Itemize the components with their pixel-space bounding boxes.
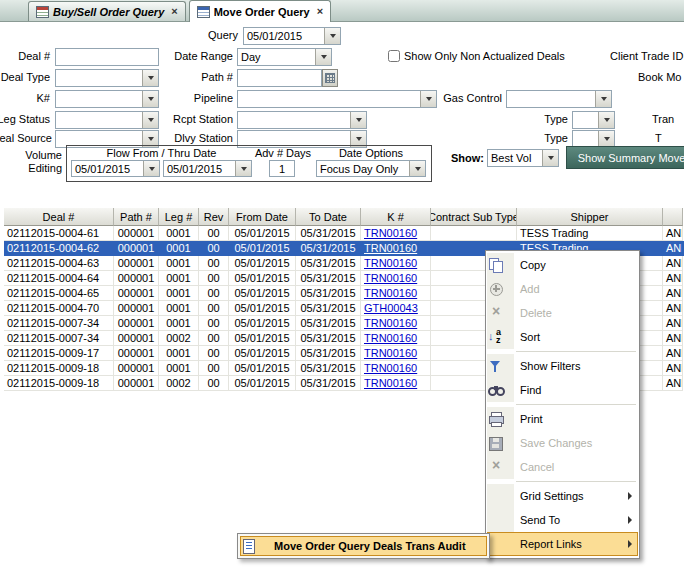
menu-item-cancel[interactable]: ×Cancel xyxy=(487,455,638,479)
dropdown-arrow-icon[interactable] xyxy=(420,91,436,107)
menu-item-add[interactable]: Add xyxy=(487,277,638,301)
deal-number-input[interactable] xyxy=(55,48,159,66)
show-summary-move-button[interactable]: Show Summary Move xyxy=(566,146,684,169)
k-number-link[interactable]: TRN00160 xyxy=(364,377,417,389)
cell: 000001 xyxy=(114,301,159,316)
cell: 00 xyxy=(199,286,229,301)
cell: 05/31/2015 xyxy=(296,241,361,256)
date-range-label: Date Range xyxy=(150,50,233,62)
k-number-link[interactable]: TRN00160 xyxy=(364,257,417,269)
flow-from-date-value: 05/01/2015 xyxy=(72,163,143,175)
path-number-input[interactable] xyxy=(237,69,322,87)
menu-separator xyxy=(516,481,636,482)
menu-item-find[interactable]: Find xyxy=(487,378,638,402)
date-options-select[interactable]: Focus Day Only xyxy=(316,160,426,177)
column-header-path[interactable]: Path # xyxy=(114,208,159,226)
menu-item-sort[interactable]: ↓azSort xyxy=(487,325,638,349)
menu-item-report-links[interactable]: Report Links xyxy=(487,532,638,556)
column-header-shipper[interactable]: Shipper xyxy=(517,208,663,226)
column-header-blank[interactable] xyxy=(663,208,683,226)
path-lookup-button[interactable] xyxy=(322,69,338,87)
table-row[interactable]: 02112015-0004-6100000100010005/01/201505… xyxy=(4,226,684,241)
menu-item-label: Copy xyxy=(514,259,546,271)
rcpt-type-select[interactable] xyxy=(572,111,615,129)
dropdown-arrow-icon[interactable] xyxy=(409,161,425,176)
show-select[interactable]: Best Vol xyxy=(487,149,559,167)
column-header-k[interactable]: K # xyxy=(361,208,431,226)
dropdown-arrow-icon[interactable] xyxy=(598,131,614,147)
menu-item-grid-settings[interactable]: Grid Settings xyxy=(487,484,638,508)
adv-days-input[interactable] xyxy=(269,160,295,177)
no-icon xyxy=(487,488,514,504)
menu-item-send-to[interactable]: Send To xyxy=(487,508,638,532)
cell: 00 xyxy=(199,331,229,346)
column-header-from-date[interactable]: From Date xyxy=(229,208,296,226)
tab-close-icon[interactable]: × xyxy=(171,6,177,17)
k-number-link[interactable]: TRN00160 xyxy=(364,242,417,254)
app-window: Buy/Sell Order Query × Move Order Query … xyxy=(0,0,684,567)
add-icon xyxy=(487,281,514,297)
column-header-rev[interactable]: Rev xyxy=(199,208,229,226)
cell: 05/31/2015 xyxy=(296,226,361,241)
rcpt-station-select[interactable] xyxy=(237,111,367,129)
cell: TRN00160 xyxy=(361,316,431,331)
menu-item-save-changes[interactable]: Save Changes xyxy=(487,431,638,455)
cell: ANR xyxy=(663,241,683,256)
dropdown-arrow-icon[interactable] xyxy=(598,112,614,128)
cell: 05/31/2015 xyxy=(296,361,361,376)
leg-status-select[interactable] xyxy=(55,111,159,129)
pipeline-select[interactable] xyxy=(237,90,437,108)
submenu-item-move-order-query-deals-trans-audit[interactable]: Move Order Query Deals Trans Audit xyxy=(240,536,487,556)
k-number-link[interactable]: GTH00043 xyxy=(364,302,418,314)
cell: TRN00160 xyxy=(361,331,431,346)
menu-item-show-filters[interactable]: Show Filters xyxy=(487,354,638,378)
menu-item-print[interactable]: Print xyxy=(487,407,638,431)
query-date-select[interactable]: 05/01/2015 xyxy=(243,27,341,45)
column-header-to-date[interactable]: To Date xyxy=(296,208,361,226)
cell: 000001 xyxy=(114,361,159,376)
gas-control-select[interactable] xyxy=(506,90,612,108)
dropdown-arrow-icon[interactable] xyxy=(350,112,366,128)
cell: 00 xyxy=(199,361,229,376)
delete-icon: × xyxy=(487,305,514,321)
k-number-link[interactable]: TRN00160 xyxy=(364,287,417,299)
column-header-contract-sub-type[interactable]: Contract Sub Type xyxy=(431,208,517,226)
cell: 0001 xyxy=(159,286,199,301)
k-number-link[interactable]: TRN00160 xyxy=(364,332,417,344)
tab-close-icon[interactable]: × xyxy=(317,6,323,17)
cell: 05/31/2015 xyxy=(296,331,361,346)
cell: 00 xyxy=(199,301,229,316)
menu-item-copy[interactable]: Copy xyxy=(487,253,638,277)
k-number-link[interactable]: TRN00160 xyxy=(364,227,417,239)
dropdown-arrow-icon[interactable] xyxy=(235,161,251,176)
print-icon xyxy=(487,411,514,427)
show-only-non-actualized-checkbox[interactable] xyxy=(388,50,400,62)
k-number-select[interactable] xyxy=(55,90,159,108)
cell: 05/01/2015 xyxy=(229,301,296,316)
tran-label: Tran xyxy=(652,113,684,125)
tab-buy-sell-order-query[interactable]: Buy/Sell Order Query × xyxy=(28,1,186,21)
deal-type-select[interactable] xyxy=(55,69,159,87)
cell: 0001 xyxy=(159,256,199,271)
k-number-link[interactable]: TRN00160 xyxy=(364,317,417,329)
flow-from-date-select[interactable]: 05/01/2015 xyxy=(71,160,160,177)
column-header-deal[interactable]: Deal # xyxy=(4,208,114,226)
k-number-link[interactable]: TRN00160 xyxy=(364,272,417,284)
dropdown-arrow-icon[interactable] xyxy=(324,28,340,44)
column-header-leg[interactable]: Leg # xyxy=(159,208,199,226)
volume-label-line1: Volume xyxy=(10,149,62,161)
dropdown-arrow-icon[interactable] xyxy=(143,161,159,176)
cell: 05/01/2015 xyxy=(229,361,296,376)
cell: 02112015-0007-34 xyxy=(4,331,114,346)
dropdown-arrow-icon[interactable] xyxy=(542,150,558,166)
cell: 0002 xyxy=(159,376,199,391)
tab-move-order-query[interactable]: Move Order Query × xyxy=(189,0,331,22)
k-number-link[interactable]: TRN00160 xyxy=(364,362,417,374)
menu-item-delete[interactable]: ×Delete xyxy=(487,301,638,325)
dropdown-arrow-icon[interactable] xyxy=(315,49,331,65)
date-range-select[interactable]: Day xyxy=(237,48,332,66)
k-number-link[interactable]: TRN00160 xyxy=(364,347,417,359)
dropdown-arrow-icon[interactable] xyxy=(595,91,611,107)
cell: 02112015-0004-62 xyxy=(4,241,114,256)
flow-thru-date-select[interactable]: 05/01/2015 xyxy=(163,160,252,177)
